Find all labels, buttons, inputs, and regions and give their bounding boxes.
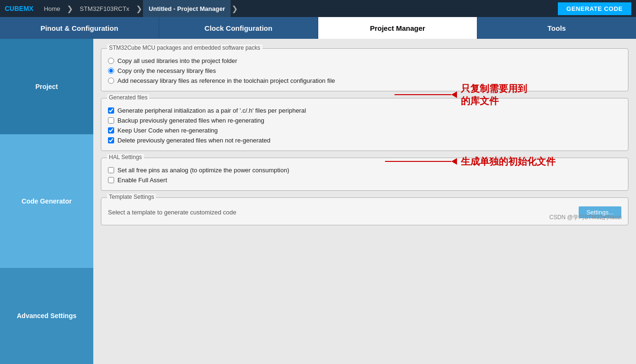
check-peripheral-init-label: Generate peripheral initialization as a … [117, 107, 306, 114]
mcu-packages-legend: STM32Cube MCU packages and embedded soft… [107, 44, 262, 51]
check-keep-user-code[interactable]: Keep User Code when re-generating [108, 127, 621, 134]
radio-add-reference[interactable]: Add necessary library files as reference… [108, 77, 621, 84]
generated-files-group: Generated files Generate peripheral init… [101, 98, 628, 151]
arrow-line-1 [394, 94, 451, 95]
check-delete-prev-input[interactable] [108, 137, 114, 143]
generate-code-button[interactable]: GENERATE CODE [558, 2, 631, 15]
tab-bar: Pinout & Configuration Clock Configurati… [0, 17, 636, 39]
sidebar-item-code-generator[interactable]: Code Generator [0, 134, 93, 268]
check-backup-label: Backup previously generated files when r… [117, 117, 264, 124]
radio-copy-necessary-input[interactable] [108, 68, 114, 74]
sidebar-item-advanced-settings[interactable]: Advanced Settings [0, 268, 93, 364]
hal-settings-legend: HAL Settings [107, 154, 144, 160]
check-delete-prev-label: Delete previously generated files when n… [117, 137, 270, 144]
check-full-assert-input[interactable] [108, 177, 114, 183]
sidebar: Project Code Generator Advanced Settings [0, 39, 93, 364]
check-free-pins[interactable]: Set all free pins as analog (to optimize… [108, 167, 621, 174]
template-row: Select a template to generate customized… [108, 206, 621, 218]
check-backup[interactable]: Backup previously generated files when r… [108, 117, 621, 124]
breadcrumb-project[interactable]: Untitled - Project Manager [143, 0, 231, 17]
radio-copy-all-label: Copy all used libraries into the project… [117, 57, 237, 64]
main-layout: Project Code Generator Advanced Settings… [0, 39, 636, 364]
radio-copy-necessary[interactable]: Copy only the necessary library files [108, 67, 621, 74]
hal-settings-group: HAL Settings Set all free pins as analog… [101, 158, 628, 191]
radio-add-reference-input[interactable] [108, 78, 114, 84]
radio-copy-necessary-label: Copy only the necessary library files [117, 67, 216, 74]
check-keep-user-code-input[interactable] [108, 127, 114, 133]
check-full-assert[interactable]: Enable Full Assert [108, 177, 621, 184]
template-settings-legend: Template Settings [107, 194, 156, 200]
breadcrumb-arrow-3: ❯ [232, 4, 238, 13]
sidebar-item-project[interactable]: Project [0, 39, 93, 134]
tab-tools[interactable]: Tools [477, 17, 636, 39]
breadcrumb-device[interactable]: STM32F103RCTx [74, 0, 135, 17]
arrow-head-1 [451, 91, 457, 98]
check-backup-input[interactable] [108, 117, 114, 124]
breadcrumb: Home ❯ STM32F103RCTx ❯ Untitled - Projec… [38, 0, 558, 17]
app-logo: CUBEMX [5, 5, 34, 12]
check-full-assert-label: Enable Full Assert [117, 177, 167, 184]
breadcrumb-home[interactable]: Home [38, 0, 66, 17]
top-bar: CUBEMX Home ❯ STM32F103RCTx ❯ Untitled -… [0, 0, 636, 17]
check-peripheral-init[interactable]: Generate peripheral initialization as a … [108, 107, 621, 114]
radio-copy-all-input[interactable] [108, 58, 114, 64]
generated-files-legend: Generated files [107, 94, 149, 101]
breadcrumb-arrow-2: ❯ [136, 4, 142, 13]
radio-add-reference-label: Add necessary library files as reference… [117, 77, 335, 84]
tab-project-manager[interactable]: Project Manager [318, 17, 477, 39]
tab-clock[interactable]: Clock Configuration [159, 17, 318, 39]
check-free-pins-input[interactable] [108, 167, 114, 173]
watermark: CSDN @学习STM32的haozi [549, 213, 622, 222]
check-free-pins-label: Set all free pins as analog (to optimize… [117, 167, 289, 174]
check-keep-user-code-label: Keep User Code when re-generating [117, 127, 218, 134]
radio-copy-all[interactable]: Copy all used libraries into the project… [108, 57, 621, 64]
template-placeholder-text: Select a template to generate customized… [108, 209, 574, 216]
breadcrumb-arrow-1: ❯ [67, 4, 73, 13]
check-delete-prev[interactable]: Delete previously generated files when n… [108, 137, 621, 144]
content-area: STM32Cube MCU packages and embedded soft… [93, 39, 636, 364]
check-peripheral-init-input[interactable] [108, 107, 114, 114]
tab-pinout[interactable]: Pinout & Configuration [0, 17, 159, 39]
mcu-packages-group: STM32Cube MCU packages and embedded soft… [101, 48, 628, 91]
content-wrapper: STM32Cube MCU packages and embedded soft… [101, 48, 628, 225]
